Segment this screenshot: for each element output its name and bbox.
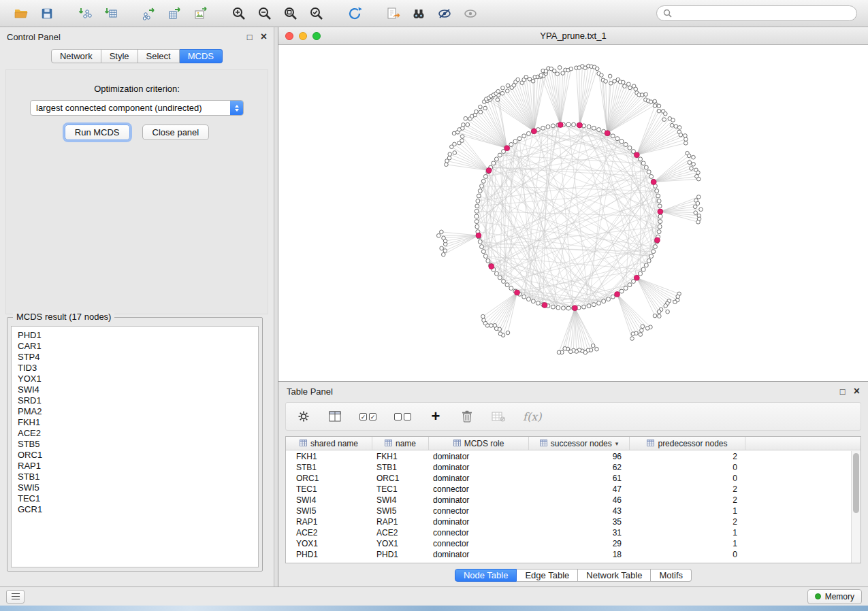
show-columns-button[interactable] <box>328 408 342 425</box>
table-tabs: Node TableEdge TableNetwork TableMotifs <box>278 569 868 582</box>
zoom-selected-button[interactable] <box>304 3 329 24</box>
table-sort-icon <box>540 439 547 448</box>
mcds-result-item[interactable]: CAR1 <box>12 341 258 352</box>
maximize-window-icon[interactable] <box>312 32 321 40</box>
minimize-window-icon[interactable] <box>299 32 307 40</box>
table-row[interactable]: STB1STB1dominator620 <box>286 462 851 473</box>
cell-successor-nodes: 43 <box>529 506 630 516</box>
mcds-result-item[interactable]: TEC1 <box>12 493 258 504</box>
mcds-result-item[interactable]: SWI4 <box>12 384 258 395</box>
mcds-result-item[interactable]: RAP1 <box>12 461 258 472</box>
zoom-in-button[interactable] <box>226 3 252 24</box>
float-table-panel-icon[interactable]: □ <box>840 387 846 396</box>
mcds-result-item[interactable]: SRD1 <box>12 395 258 406</box>
cell-mcds-role: connector <box>429 528 529 538</box>
cell-successor-nodes: 29 <box>529 539 630 548</box>
first-neighbors-button[interactable] <box>406 3 432 24</box>
memory-button[interactable]: Memory <box>807 589 862 604</box>
table-settings-button[interactable] <box>297 408 310 425</box>
column-header-name[interactable]: name <box>372 437 429 450</box>
mcds-result-item[interactable]: YOX1 <box>12 374 258 384</box>
mcds-result-item[interactable]: TID3 <box>12 363 258 374</box>
mcds-result-list[interactable]: PHD1CAR1STP4TID3YOX1SWI4SRD1PMA2FKH1ACE2… <box>11 326 259 567</box>
table-row[interactable]: TEC1TEC1connector472 <box>286 484 851 495</box>
deselect-all-button[interactable] <box>394 408 411 425</box>
search-box[interactable] <box>656 5 857 21</box>
select-all-button[interactable]: ✓✓ <box>359 408 376 425</box>
add-row-button[interactable]: + <box>429 408 443 425</box>
column-header-successor-nodes[interactable]: successor nodes▾ <box>529 437 630 450</box>
table-row[interactable]: SWI5SWI5connector431 <box>286 506 851 516</box>
table-row[interactable]: ORC1ORC1dominator610 <box>286 473 851 484</box>
column-header-shared-name[interactable]: shared name <box>286 437 372 450</box>
mcds-result-item[interactable]: STP4 <box>12 352 258 363</box>
mcds-result-item[interactable]: STB1 <box>12 472 258 482</box>
export-image-button[interactable] <box>188 3 214 24</box>
zoom-out-button[interactable] <box>252 3 278 24</box>
float-panel-icon[interactable]: □ <box>247 33 253 42</box>
import-network-button[interactable] <box>72 3 98 24</box>
tab-node-table[interactable]: Node Table <box>455 569 517 582</box>
mcds-result-item[interactable]: ORC1 <box>12 450 258 461</box>
mcds-result-title: MCDS result (17 nodes) <box>13 312 114 322</box>
delete-button[interactable] <box>460 408 474 425</box>
cell-name: YOX1 <box>372 539 429 548</box>
table-row[interactable]: PHD1PHD1dominator180 <box>286 549 851 560</box>
cell-successor-nodes: 18 <box>529 550 630 559</box>
close-panel-button[interactable]: Close panel <box>142 125 210 140</box>
table-row[interactable]: FKH1FKH1dominator962 <box>286 451 851 462</box>
tab-mcds[interactable]: MCDS <box>180 49 223 63</box>
table-scrollbar[interactable] <box>851 451 861 563</box>
cell-name: TEC1 <box>372 484 429 494</box>
mcds-result-item[interactable]: SWI5 <box>12 482 258 493</box>
table-row[interactable]: RAP1RAP1dominator352 <box>286 516 851 527</box>
network-graph[interactable] <box>278 45 868 381</box>
clone-document-button[interactable] <box>380 3 406 24</box>
scrollbar-thumb[interactable] <box>853 453 859 513</box>
criterion-select[interactable]: largest connected component (undirected) <box>30 100 244 116</box>
panel-splitter[interactable] <box>274 27 278 587</box>
dropdown-stepper-icon <box>230 101 243 115</box>
hide-selected-button[interactable] <box>432 3 457 24</box>
table-row[interactable]: SWI4SWI4dominator462 <box>286 495 851 506</box>
columns-icon <box>329 411 341 422</box>
export-network-button[interactable] <box>136 3 162 24</box>
criterion-selected-value: largest connected component (undirected) <box>31 103 202 113</box>
search-input[interactable] <box>676 9 850 18</box>
open-session-button[interactable] <box>8 3 34 24</box>
mcds-result-item[interactable]: ACE2 <box>12 428 258 439</box>
status-bar: Memory <box>0 587 868 606</box>
table-row[interactable]: YOX1YOX1connector291 <box>286 538 851 549</box>
mcds-result-item[interactable]: PMA2 <box>12 406 258 417</box>
network-canvas[interactable] <box>278 45 868 381</box>
column-header-predecessor-nodes[interactable]: predecessor nodes <box>630 437 745 450</box>
tab-select[interactable]: Select <box>138 49 180 63</box>
tab-edge-table[interactable]: Edge Table <box>517 569 578 582</box>
close-window-icon[interactable] <box>285 32 293 40</box>
cell-predecessor-nodes: 2 <box>630 495 745 505</box>
tab-motifs[interactable]: Motifs <box>651 569 692 582</box>
run-mcds-button[interactable]: Run MCDS <box>65 125 130 140</box>
close-panel-icon[interactable]: × <box>261 31 267 42</box>
tab-network-table[interactable]: Network Table <box>578 569 651 582</box>
show-all-button[interactable] <box>457 3 483 24</box>
mcds-result-item[interactable]: STB5 <box>12 439 258 450</box>
import-table-button[interactable] <box>98 3 124 24</box>
tab-network[interactable]: Network <box>51 49 101 63</box>
table-row[interactable]: ACE2ACE2connector311 <box>286 527 851 538</box>
column-header-MCDS-role[interactable]: MCDS role <box>429 437 529 450</box>
mcds-result-item[interactable]: PHD1 <box>12 330 258 341</box>
mcds-result-item[interactable]: GCR1 <box>12 504 258 515</box>
export-table-icon <box>167 6 182 21</box>
sort-caret-icon[interactable]: ▾ <box>615 440 619 447</box>
zoom-fit-button[interactable] <box>278 3 304 24</box>
save-session-button[interactable] <box>34 3 60 24</box>
close-table-panel-icon[interactable]: × <box>854 386 860 397</box>
tab-style[interactable]: Style <box>101 49 138 63</box>
refresh-view-button[interactable] <box>342 3 368 24</box>
panel-menu-button[interactable] <box>6 590 25 604</box>
export-table-button[interactable] <box>162 3 188 24</box>
cell-mcds-role: connector <box>429 506 529 516</box>
cell-shared-name: FKH1 <box>286 452 372 461</box>
mcds-result-item[interactable]: FKH1 <box>12 417 258 428</box>
